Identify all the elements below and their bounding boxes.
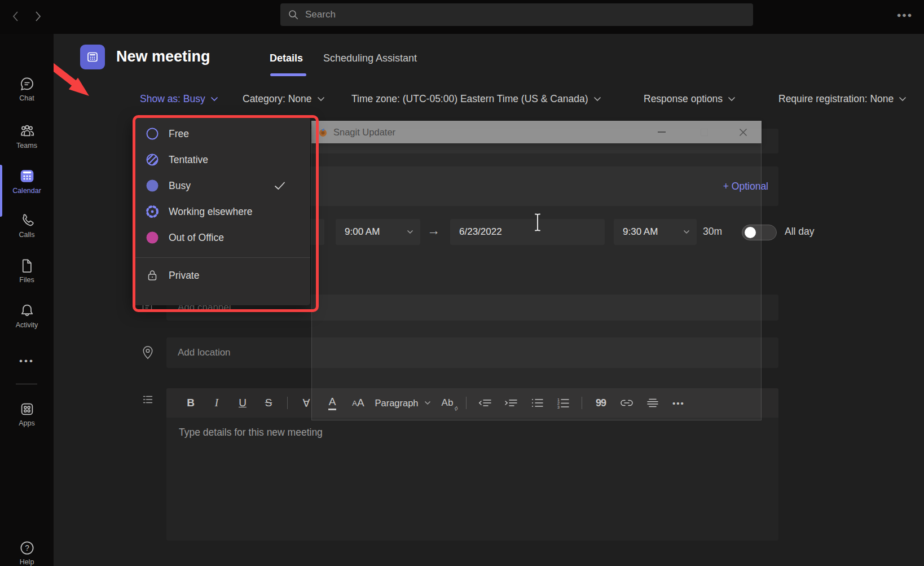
help-question-icon: ? — [19, 539, 36, 556]
start-time-value: 9:00 AM — [345, 226, 380, 238]
maximize-button[interactable] — [692, 121, 716, 143]
menu-item-out-of-office[interactable]: Out of Office — [133, 225, 310, 251]
duration-label: 30m — [703, 226, 722, 238]
response-options-dropdown[interactable]: Response options — [644, 91, 736, 106]
font-size-button[interactable]: AA — [345, 393, 371, 413]
search-input[interactable]: Search — [280, 3, 753, 26]
tab-details[interactable]: Details — [270, 52, 303, 64]
add-location-field[interactable]: Add location — [166, 337, 778, 368]
italic-button[interactable]: I — [204, 393, 230, 413]
menu-item-free[interactable]: Free — [133, 121, 310, 147]
sidebar-item-label: Calls — [19, 231, 35, 239]
sidebar-item-label: Teams — [16, 142, 37, 150]
tab-scheduling-assistant[interactable]: Scheduling Assistant — [323, 52, 417, 64]
agenda-list-icon — [141, 393, 155, 406]
teams-app-window: Search ••• Chat Teams Calendar — [0, 0, 924, 566]
numbered-list-button[interactable]: 123 — [550, 393, 576, 413]
working-elsewhere-status-icon — [146, 205, 159, 218]
svg-text:3: 3 — [557, 405, 560, 409]
menu-item-private[interactable]: Private — [133, 262, 310, 288]
bulleted-list-button[interactable] — [524, 393, 550, 413]
titlebar-more-options-button[interactable]: ••• — [894, 6, 916, 25]
calendar-plus-icon — [86, 50, 99, 64]
phone-icon — [19, 212, 36, 229]
minimize-button[interactable] — [650, 121, 674, 143]
all-day-toggle[interactable] — [742, 225, 777, 240]
location-pin-icon — [140, 345, 155, 361]
forward-button[interactable] — [29, 8, 46, 25]
arrow-right-icon: → — [427, 223, 440, 238]
chevron-right-icon — [35, 11, 41, 22]
toggle-knob — [745, 227, 756, 238]
chevron-down-icon — [210, 96, 218, 102]
sidebar-item-label: Apps — [19, 419, 35, 427]
sidebar-item-apps[interactable]: Apps — [0, 401, 54, 427]
menu-item-label: Working elsewhere — [169, 206, 253, 218]
highlight-button[interactable]: ∀ — [293, 393, 319, 413]
response-options-label: Response options — [644, 93, 723, 105]
title-bar: Search ••• — [0, 0, 924, 34]
font-size-small-glyph: A — [352, 399, 357, 407]
menu-item-working-elsewhere[interactable]: Working elsewhere — [133, 199, 310, 225]
sidebar-item-label: Activity — [16, 321, 38, 329]
rail-more-apps-button[interactable]: ••• — [0, 356, 54, 367]
menu-divider — [133, 257, 310, 258]
meeting-type-tile — [80, 45, 105, 69]
toolbar-divider — [582, 397, 582, 409]
add-optional-attendees-button[interactable]: + Optional — [723, 166, 768, 206]
menu-item-busy[interactable]: Busy — [133, 173, 310, 199]
font-color-glyph: A — [328, 396, 337, 410]
apps-grid-icon — [19, 401, 36, 418]
out-of-office-status-icon — [146, 231, 159, 244]
sidebar-item-label: Files — [19, 276, 34, 284]
timezone-dropdown[interactable]: Time zone: (UTC-05:00) Eastern Time (US … — [351, 91, 601, 106]
sidebar-item-calls[interactable]: Calls — [0, 212, 54, 239]
font-color-button[interactable]: A — [319, 393, 345, 413]
menu-item-tentative[interactable]: Tentative — [133, 147, 310, 173]
toolbar-divider — [466, 397, 467, 409]
menu-item-label: Tentative — [169, 154, 208, 166]
sidebar-item-calendar[interactable]: Calendar — [0, 167, 54, 195]
sidebar-item-label: Calendar — [12, 187, 41, 195]
underline-button[interactable]: U — [230, 393, 256, 413]
app-rail: Chat Teams Calendar Calls Files — [0, 34, 54, 566]
quote-button[interactable]: 99 — [588, 393, 614, 413]
chat-icon — [19, 76, 36, 93]
start-time-select[interactable]: 9:00 AM — [336, 219, 420, 245]
editor-more-options-button[interactable]: ••• — [666, 393, 692, 413]
end-date-field[interactable]: 6/23/2022 — [450, 219, 605, 245]
show-as-dropdown[interactable]: Show as: Busy — [140, 91, 218, 106]
all-day-label: All day — [785, 226, 815, 238]
menu-item-label: Private — [169, 270, 199, 282]
increase-indent-button[interactable] — [498, 393, 524, 413]
free-status-icon — [146, 127, 159, 141]
description-placeholder: Type details for this new meeting — [179, 427, 323, 438]
font-size-large-glyph: A — [357, 397, 364, 409]
end-time-select[interactable]: 9:30 AM — [614, 219, 697, 245]
minimize-icon — [658, 131, 666, 133]
sidebar-item-label: Chat — [19, 94, 34, 102]
page-title: New meeting — [116, 48, 210, 65]
sidebar-item-activity[interactable]: Activity — [0, 302, 54, 329]
maximize-icon — [701, 129, 708, 136]
menu-item-label: Free — [169, 128, 189, 140]
sidebar-item-chat[interactable]: Chat — [0, 76, 54, 102]
sidebar-item-teams[interactable]: Teams — [0, 122, 54, 150]
sidebar-item-help[interactable]: ? Help — [0, 539, 54, 566]
category-dropdown[interactable]: Category: None — [243, 91, 325, 106]
decrease-indent-button[interactable] — [472, 393, 498, 413]
strikethrough-button[interactable]: S — [256, 393, 281, 413]
insert-link-button[interactable] — [614, 393, 640, 413]
paragraph-style-dropdown[interactable]: Paragraph — [371, 393, 434, 413]
tentative-status-icon — [146, 153, 159, 166]
back-button[interactable] — [7, 8, 24, 25]
snagit-titlebar[interactable]: Snagit Updater — [311, 121, 762, 143]
meeting-description-editor[interactable]: B I U S ∀ A AA Paragraph Ab ◊ — [166, 388, 778, 541]
bold-button[interactable]: B — [178, 393, 204, 413]
sidebar-item-files[interactable]: Files — [0, 257, 54, 284]
require-registration-dropdown[interactable]: Require registration: None — [778, 91, 907, 106]
clear-formatting-button[interactable]: Ab ◊ — [434, 393, 460, 413]
paragraph-label: Paragraph — [375, 398, 418, 409]
close-button[interactable] — [731, 121, 755, 143]
horizontal-rule-button[interactable] — [640, 393, 666, 413]
